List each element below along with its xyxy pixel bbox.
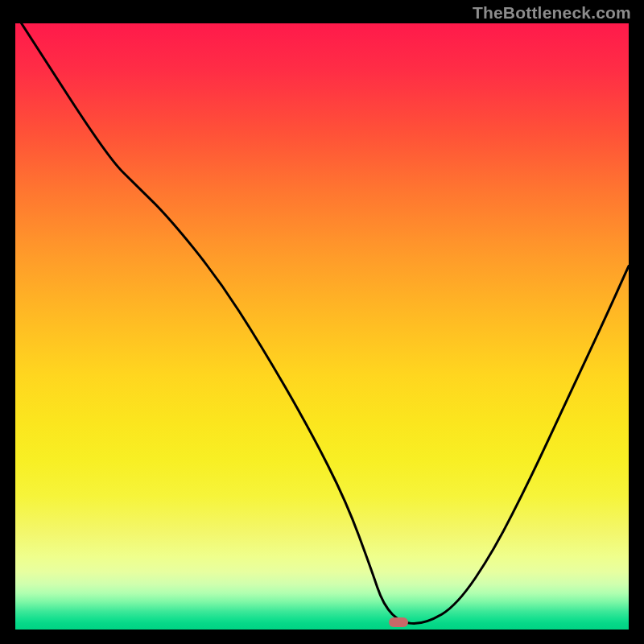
optimal-marker — [389, 617, 408, 627]
bottleneck-curve — [15, 23, 629, 630]
chart-stage: TheBottleneck.com — [0, 0, 644, 644]
watermark-text: TheBottleneck.com — [473, 3, 631, 23]
plot-area — [15, 23, 629, 630]
